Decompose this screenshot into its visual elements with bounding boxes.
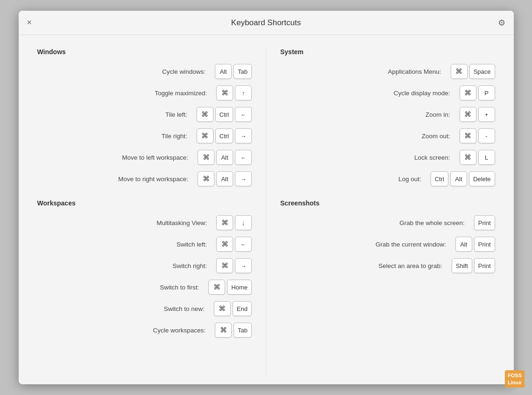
keys-group: Ctrl Alt Delete bbox=[431, 171, 495, 186]
keys-group: ⌘ Tab bbox=[215, 323, 252, 338]
keys-group: ⌘ Alt → bbox=[198, 171, 252, 186]
keys-group: ⌘ ↑ bbox=[216, 85, 252, 100]
shortcut-row-grab-window: Grab the current window: Alt Print bbox=[280, 237, 495, 252]
keys-group: ⌘ - bbox=[460, 128, 495, 143]
keys-group: ⌘ Ctrl → bbox=[197, 128, 252, 143]
key: Space bbox=[469, 64, 495, 79]
shortcut-row-multitasking: Multitasking View: ⌘ ↓ bbox=[37, 215, 252, 230]
keyboard-shortcuts-window: × Keyboard Shortcuts ⚙ Windows Cycle win… bbox=[19, 11, 514, 384]
key: ↓ bbox=[235, 215, 252, 230]
key: Ctrl bbox=[215, 128, 233, 143]
keys-group: ⌘ → bbox=[216, 258, 252, 273]
key: → bbox=[235, 128, 252, 143]
shortcut-row-tile-right: Tile right: ⌘ Ctrl → bbox=[37, 128, 252, 143]
shortcut-row-cycle-display: Cycle display mode: ⌘ P bbox=[280, 85, 495, 100]
key: L bbox=[478, 150, 495, 165]
titlebar: × Keyboard Shortcuts ⚙ bbox=[19, 11, 514, 35]
shortcut-label: Log out: bbox=[342, 176, 421, 183]
key: Shift bbox=[452, 258, 472, 273]
keys-group: Print bbox=[474, 215, 495, 230]
key: Alt bbox=[216, 171, 233, 186]
key: Alt bbox=[216, 150, 233, 165]
key: Home bbox=[227, 280, 252, 295]
shortcut-label: Switch to first: bbox=[124, 284, 199, 291]
content-area: Windows Cycle windows: Alt Tab Toggle ma… bbox=[19, 35, 514, 384]
keys-group: Shift Print bbox=[452, 258, 495, 273]
key: End bbox=[233, 301, 252, 316]
key: Delete bbox=[469, 171, 495, 186]
key: Alt bbox=[455, 237, 472, 252]
key: ⌘ bbox=[208, 280, 225, 295]
key: - bbox=[478, 128, 495, 143]
shortcut-row-select-area: Select an area to grab: Shift Print bbox=[280, 258, 495, 273]
shortcut-label: Toggle maximized: bbox=[132, 90, 207, 97]
key: ← bbox=[235, 150, 252, 165]
shortcut-label: Zoom in: bbox=[371, 111, 450, 118]
shortcut-row-zoom-in: Zoom in: ⌘ + bbox=[280, 107, 495, 122]
shortcut-row-zoom-out: Zoom out: ⌘ - bbox=[280, 128, 495, 143]
key: Tab bbox=[234, 64, 252, 79]
key: Print bbox=[474, 237, 495, 252]
keys-group: ⌘ Ctrl ← bbox=[197, 107, 252, 122]
key: ⌘ bbox=[451, 64, 468, 79]
key: ⌘ bbox=[216, 215, 233, 230]
keys-group: ⌘ P bbox=[460, 85, 495, 100]
shortcut-row-lock-screen: Lock screen: ⌘ L bbox=[280, 150, 495, 165]
key: ⌘ bbox=[197, 107, 213, 122]
key: ⌘ bbox=[460, 150, 476, 165]
shortcut-row-switch-right: Switch right: ⌘ → bbox=[37, 258, 252, 273]
key: ⌘ bbox=[198, 150, 214, 165]
key: ← bbox=[235, 237, 252, 252]
keys-group: ⌘ Alt ← bbox=[198, 150, 252, 165]
shortcut-label: Switch left: bbox=[132, 241, 207, 248]
key: Print bbox=[474, 215, 495, 230]
keys-group: ⌘ + bbox=[460, 107, 495, 122]
shortcut-row-logout: Log out: Ctrl Alt Delete bbox=[280, 171, 495, 186]
keys-group: Alt Tab bbox=[215, 64, 252, 79]
shortcut-label: Lock screen: bbox=[371, 154, 450, 161]
shortcut-row-cycle-workspaces: Cycle workspaces: ⌘ Tab bbox=[37, 323, 252, 338]
shortcut-label: Move to left workspace: bbox=[113, 154, 188, 161]
key: ↑ bbox=[235, 85, 252, 100]
shortcut-label: Switch to new: bbox=[130, 305, 205, 312]
shortcut-row-grab-screen: Grab the whole screen: Print bbox=[280, 215, 495, 230]
left-panel: Windows Cycle windows: Alt Tab Toggle ma… bbox=[19, 48, 266, 375]
keys-group: ⌘ Home bbox=[208, 280, 252, 295]
gear-icon[interactable]: ⚙ bbox=[492, 18, 505, 28]
close-button[interactable]: × bbox=[27, 18, 40, 28]
key: ⌘ bbox=[214, 301, 231, 316]
key: ← bbox=[235, 107, 252, 122]
key: ⌘ bbox=[197, 128, 213, 143]
keys-group: ⌘ ← bbox=[216, 237, 252, 252]
key: ⌘ bbox=[215, 323, 232, 338]
shortcut-label: Tile right: bbox=[113, 133, 187, 140]
key: ⌘ bbox=[198, 171, 214, 186]
key: Ctrl bbox=[215, 107, 233, 122]
section-title-screenshots: Screenshots bbox=[280, 199, 495, 207]
keys-group: ⌘ Space bbox=[451, 64, 495, 79]
key: ⌘ bbox=[460, 107, 476, 122]
keys-group: ⌘ L bbox=[460, 150, 495, 165]
key: ⌘ bbox=[216, 85, 233, 100]
shortcut-label: Cycle display mode: bbox=[371, 90, 450, 97]
foss-linux-badge: FOSSLinux bbox=[505, 370, 525, 388]
shortcut-label: Grab the current window: bbox=[367, 241, 446, 248]
shortcut-row-switch-new: Switch to new: ⌘ End bbox=[37, 301, 252, 316]
section-title-workspaces: Workspaces bbox=[37, 199, 252, 207]
key: Alt bbox=[450, 171, 467, 186]
shortcut-label: Tile left: bbox=[113, 111, 187, 118]
shortcut-row-move-left: Move to left workspace: ⌘ Alt ← bbox=[37, 150, 252, 165]
key: Print bbox=[474, 258, 495, 273]
key: → bbox=[235, 171, 252, 186]
shortcut-label: Select an area to grab: bbox=[363, 262, 442, 269]
key: ⌘ bbox=[216, 237, 233, 252]
key: → bbox=[235, 258, 252, 273]
window-title: Keyboard Shortcuts bbox=[40, 18, 492, 28]
keys-group: ⌘ ↓ bbox=[216, 215, 252, 230]
key: P bbox=[478, 85, 495, 100]
key: ⌘ bbox=[216, 258, 233, 273]
key: Ctrl bbox=[431, 171, 448, 186]
key: ⌘ bbox=[460, 85, 476, 100]
key: ⌘ bbox=[460, 128, 476, 143]
right-panel: System Applications Menu: ⌘ Space Cycle … bbox=[266, 48, 514, 375]
